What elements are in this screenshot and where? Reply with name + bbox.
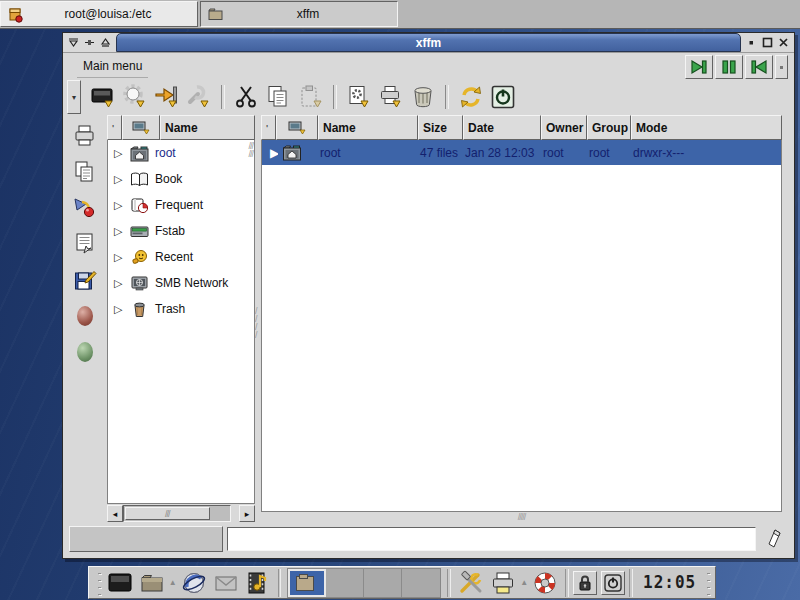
tree-name-column-header[interactable]: Name xyxy=(160,115,255,140)
column-header-owner[interactable]: Owner xyxy=(541,115,587,140)
workspace-1-active[interactable] xyxy=(288,569,326,597)
expander-icon[interactable]: ▷ xyxy=(114,147,124,160)
expander-icon[interactable]: ▷ xyxy=(114,199,124,212)
panel-terminal-launcher[interactable] xyxy=(104,568,136,598)
tree-row-fstab[interactable]: ▷ Fstab xyxy=(108,218,254,244)
window-menu-button[interactable] xyxy=(67,36,80,49)
tree-row-recent[interactable]: ▷ Recent xyxy=(108,244,254,270)
taskbar: root@louisa:/etc xffm xyxy=(0,0,800,29)
panel-lock-button[interactable] xyxy=(573,571,597,595)
side-duplicate-button[interactable] xyxy=(71,159,99,185)
tree-row-trash[interactable]: ▷ Trash xyxy=(108,296,254,322)
exit-button[interactable] xyxy=(488,82,518,112)
side-jump-button[interactable] xyxy=(71,195,99,221)
paste-button[interactable] xyxy=(296,82,326,112)
file-corner-button[interactable]: ' xyxy=(261,115,276,140)
print-button[interactable] xyxy=(376,82,406,112)
panel-handle-right[interactable] xyxy=(702,569,711,596)
workspace-3[interactable] xyxy=(364,569,402,597)
column-header-mode[interactable]: Mode xyxy=(631,115,782,140)
column-header-name[interactable]: Name xyxy=(318,115,418,140)
toolbar-collapse-button[interactable]: ▾ xyxy=(67,80,81,114)
side-print-button[interactable] xyxy=(71,123,99,149)
scroll-right-button[interactable]: ▸ xyxy=(239,505,255,522)
scrollbar-thumb[interactable]: /// xyxy=(125,507,210,520)
side-record-green-button[interactable] xyxy=(71,339,99,365)
tools-button[interactable] xyxy=(184,82,214,112)
panel-media-player-launcher[interactable] xyxy=(242,568,274,598)
paned-handle[interactable]: //// xyxy=(255,115,261,522)
open-terminal-button[interactable] xyxy=(88,82,118,112)
panel-mail-launcher[interactable] xyxy=(210,568,242,598)
expander-icon[interactable]: ▷ xyxy=(114,303,124,316)
panel-tools-launcher[interactable] xyxy=(455,568,487,598)
globe-icon xyxy=(181,570,207,596)
clear-status-button[interactable] xyxy=(760,526,788,552)
tree-corner-button[interactable]: ' xyxy=(107,115,122,140)
trash-cup-icon xyxy=(130,301,149,318)
copy-button[interactable] xyxy=(264,82,294,112)
panel-file-manager-launcher[interactable] xyxy=(136,568,168,598)
go-forward-button[interactable] xyxy=(685,55,713,79)
status-entry[interactable] xyxy=(227,527,756,551)
tree-icon-column-header[interactable] xyxy=(122,115,160,140)
printer-icon xyxy=(378,84,404,110)
expander-icon[interactable]: ▷ xyxy=(114,251,124,264)
tree-resize-grip[interactable]: ////// xyxy=(248,142,253,158)
refresh-button[interactable] xyxy=(456,82,486,112)
column-header-size[interactable]: Size xyxy=(418,115,463,140)
tree-row-frequent[interactable]: ▷ Frequent xyxy=(108,192,254,218)
shade-button[interactable] xyxy=(99,36,112,49)
nav-detach-button[interactable] xyxy=(775,55,788,79)
window-title[interactable]: xffm xyxy=(116,33,741,52)
column-header-group[interactable]: Group xyxy=(587,115,631,140)
main-menu-item[interactable]: Main menu xyxy=(77,55,148,78)
file-panel-grip[interactable]: ///// xyxy=(261,512,782,522)
task-button-terminal[interactable]: root@louisa:/etc xyxy=(0,1,198,27)
terminal-icon xyxy=(90,84,116,110)
maximize-button[interactable] xyxy=(761,36,774,49)
panel-print-launcher[interactable] xyxy=(487,568,519,598)
side-select-button[interactable] xyxy=(71,231,99,257)
tree-row-root[interactable]: ▷ root xyxy=(108,140,254,166)
workspace-2[interactable] xyxy=(326,569,364,597)
popup-arrow-icon[interactable]: ▲ xyxy=(519,568,529,598)
popup-arrow-icon[interactable]: ▲ xyxy=(168,568,178,598)
expander-icon[interactable]: ▷ xyxy=(114,277,124,290)
iconify-button[interactable] xyxy=(745,36,758,49)
column-header-date[interactable]: Date xyxy=(463,115,541,140)
file-icon-column-header[interactable] xyxy=(276,115,318,140)
expander-icon[interactable]: ▷ xyxy=(114,225,124,238)
task-label: root@louisa:/etc xyxy=(25,7,191,21)
tree-row-smb-network[interactable]: ▷ SMB Network xyxy=(108,270,254,296)
cut-button[interactable] xyxy=(232,82,262,112)
trash-button[interactable] xyxy=(408,82,438,112)
panel-separator xyxy=(565,569,569,597)
expander-icon[interactable]: ▷ xyxy=(114,173,124,186)
panel-web-browser-launcher[interactable] xyxy=(178,568,210,598)
stick-button[interactable] xyxy=(83,36,96,49)
workspace-4[interactable] xyxy=(402,569,440,597)
book-icon xyxy=(130,171,149,188)
task-button-xffm[interactable]: xffm xyxy=(200,1,398,27)
file-row-root-selected[interactable]: ▶ root 47 files Jan 28 12:03 root root xyxy=(262,140,781,165)
side-save-button[interactable] xyxy=(71,267,99,293)
go-back-button[interactable] xyxy=(745,55,773,79)
side-record-red-button[interactable] xyxy=(71,303,99,329)
close-button[interactable] xyxy=(777,36,790,49)
scroll-left-button[interactable]: ◂ xyxy=(107,505,123,522)
panel-quit-button[interactable] xyxy=(601,571,625,595)
pause-button[interactable] xyxy=(715,55,743,79)
expander-icon[interactable]: ▶ xyxy=(262,146,278,160)
panel-handle-left[interactable] xyxy=(93,569,102,596)
properties-button[interactable] xyxy=(344,82,374,112)
wrench-icon xyxy=(186,84,212,110)
run-button[interactable] xyxy=(120,82,150,112)
documents-icon xyxy=(73,160,97,184)
panel-help-launcher[interactable] xyxy=(529,568,561,598)
tree-row-book[interactable]: ▷ Book xyxy=(108,166,254,192)
main-area: ' Name ////// ▷ xyxy=(63,115,794,522)
panel-clock[interactable]: 12:05 xyxy=(637,573,702,593)
goto-button[interactable] xyxy=(152,82,182,112)
scrollbar-track[interactable]: /// xyxy=(123,505,231,522)
